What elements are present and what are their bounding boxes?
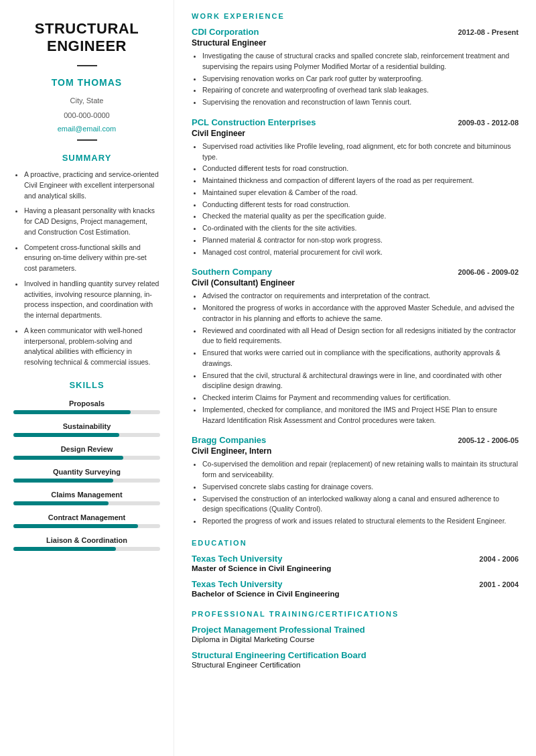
edu-entry: Texas Tech University 2004 - 2006 Master… (192, 554, 519, 572)
job-entry: CDI Corporation 2012-08 - Present Struct… (192, 27, 519, 108)
job-bullets: Co-supervised the demolition and repair … (192, 459, 519, 527)
skill-item: Proposals (13, 399, 160, 414)
job-bullet: Reported the progress of work and issues… (202, 516, 519, 527)
skill-label: Design Review (13, 445, 160, 453)
job-bullet: Supervised the construction of an interl… (202, 494, 519, 515)
job-bullets: Advised the contractor on requirements a… (192, 291, 519, 426)
work-experience-title: WORK EXPERIENCE (192, 12, 519, 20)
job-bullet: Co-ordinated with the clients for the si… (202, 223, 519, 234)
job-bullet: Repairing of concrete and waterproofing … (202, 85, 519, 96)
education-list: Texas Tech University 2004 - 2006 Master… (192, 554, 519, 598)
cert-entry: Structural Engineering Certification Boa… (192, 650, 519, 669)
summary-item: Involved in handling quantity survey rel… (24, 279, 160, 321)
skill-item: Liaison & Coordination (13, 536, 160, 551)
skill-bar-bg (13, 547, 160, 551)
job-bullet: Monitored the progress of works in accor… (202, 303, 519, 324)
edu-degree: Master of Science in Civil Engineering (192, 564, 519, 572)
job-bullet: Ensured that the civil, structural & arc… (202, 371, 519, 392)
skill-bar-fill (13, 547, 116, 551)
cert-entry: Project Management Professional Trained … (192, 625, 519, 643)
skill-item: Claims Management (13, 491, 160, 505)
sidebar: STRUCTURALENGINEER TOM THOMAS City, Stat… (0, 0, 174, 756)
job-dates: 2006-06 - 2009-02 (458, 268, 519, 276)
job-header: Southern Company 2006-06 - 2009-02 (192, 267, 519, 277)
job-company: Southern Company (192, 267, 272, 277)
job-bullet: Implemented, checked for compliance, and… (202, 405, 519, 426)
job-bullet: Conducted different tests for road const… (202, 164, 519, 174)
skill-label: Liaison & Coordination (13, 536, 160, 544)
skill-bar-bg (13, 410, 160, 414)
summary-item: Competent cross-functional skills and en… (24, 243, 160, 274)
job-title: Structural Engineer (192, 38, 519, 48)
city-state: City, State (13, 94, 160, 107)
job-bullet: Investigating the cause of structural cr… (202, 51, 519, 72)
job-header: PCL Construction Enterprises 2009-03 - 2… (192, 117, 519, 127)
cert-desc: Diploma in Digital Marketing Course (192, 635, 519, 643)
resume-title: STRUCTURALENGINEER (13, 20, 160, 56)
skill-bar-bg (13, 456, 160, 460)
job-bullet: Supervised concrete slabs casting for dr… (202, 482, 519, 493)
skill-bar-bg (13, 524, 160, 528)
job-bullet: Maintained thickness and compaction of d… (202, 176, 519, 186)
skill-bar-fill (13, 410, 131, 414)
skill-label: Contract Management (13, 513, 160, 521)
skill-label: Claims Management (13, 491, 160, 499)
edu-school: Texas Tech University (192, 554, 282, 564)
certifications-list: Project Management Professional Trained … (192, 625, 519, 669)
cert-name: Project Management Professional Trained (192, 625, 519, 635)
skill-item: Sustainability (13, 422, 160, 437)
job-entry: PCL Construction Enterprises 2009-03 - 2… (192, 117, 519, 258)
skills-list: Proposals Sustainability Design Review Q… (13, 399, 160, 551)
skill-label: Proposals (13, 399, 160, 407)
skills-title: SKILLS (13, 380, 160, 390)
skill-item: Quantity Surveying (13, 468, 160, 483)
certifications-title: PROFESSIONAL TRAINING/CERTIFICATIONS (192, 610, 519, 618)
job-bullet: Checked the material quality as per the … (202, 211, 519, 222)
resume-page: STRUCTURALENGINEER TOM THOMAS City, Stat… (0, 0, 536, 756)
edu-dates: 2001 - 2004 (479, 580, 519, 588)
job-dates: 2009-03 - 2012-08 (458, 119, 519, 127)
summary-item: A keen communicator with well-honed inte… (24, 326, 160, 368)
summary-title: SUMMARY (13, 153, 160, 163)
skill-bar-bg (13, 433, 160, 437)
skill-bar-bg (13, 479, 160, 483)
summary-item: Having a pleasant personality with knack… (24, 206, 160, 237)
skill-item: Contract Management (13, 513, 160, 528)
edu-row: Texas Tech University 2004 - 2006 (192, 554, 519, 564)
main-content: WORK EXPERIENCE CDI Corporation 2012-08 … (174, 0, 536, 756)
cert-desc: Structural Engineer Certification (192, 661, 519, 669)
job-company: PCL Construction Enterprises (192, 117, 316, 127)
job-header: Bragg Companies 2005-12 - 2006-05 (192, 435, 519, 445)
job-bullet: Reviewed and coordinated with all Head o… (202, 326, 519, 347)
summary-list: A proactive, practicing and service-orie… (13, 170, 160, 368)
skill-label: Quantity Surveying (13, 468, 160, 476)
edu-entry: Texas Tech University 2001 - 2004 Bachel… (192, 579, 519, 598)
edu-school: Texas Tech University (192, 579, 282, 589)
job-header: CDI Corporation 2012-08 - Present (192, 27, 519, 37)
job-dates: 2012-08 - Present (458, 28, 519, 36)
job-bullet: Conducting different tests for road cons… (202, 200, 519, 210)
job-entry: Southern Company 2006-06 - 2009-02 Civil… (192, 267, 519, 426)
email: email@email.com (13, 125, 160, 133)
job-title: Civil (Consultant) Engineer (192, 278, 519, 288)
skill-bar-fill (13, 433, 119, 437)
job-bullet: Maintained super elevation & Camber of t… (202, 188, 519, 198)
candidate-name: TOM THOMAS (13, 77, 160, 88)
job-bullet: Planned material & contractor for non-st… (202, 235, 519, 246)
job-bullet: Supervising renovation works on Car park… (202, 74, 519, 84)
skill-item: Design Review (13, 445, 160, 460)
jobs-list: CDI Corporation 2012-08 - Present Struct… (192, 27, 519, 527)
job-bullet: Ensured that works were carried out in c… (202, 348, 519, 369)
job-company: CDI Corporation (192, 27, 259, 37)
phone: 000-000-0000 (13, 109, 160, 122)
skill-bar-fill (13, 456, 123, 460)
job-bullet: Supervising the renovation and reconstru… (202, 97, 519, 108)
skill-label: Sustainability (13, 422, 160, 430)
job-title: Civil Engineer (192, 129, 519, 138)
divider-1 (77, 65, 97, 66)
job-bullets: Investigating the cause of structural cr… (192, 51, 519, 108)
job-title: Civil Engineer, Intern (192, 446, 519, 456)
job-bullet: Checked interim Claims for Payment and r… (202, 393, 519, 403)
job-bullet: Managed cost control, material procureme… (202, 247, 519, 258)
skill-bar-fill (13, 479, 113, 483)
